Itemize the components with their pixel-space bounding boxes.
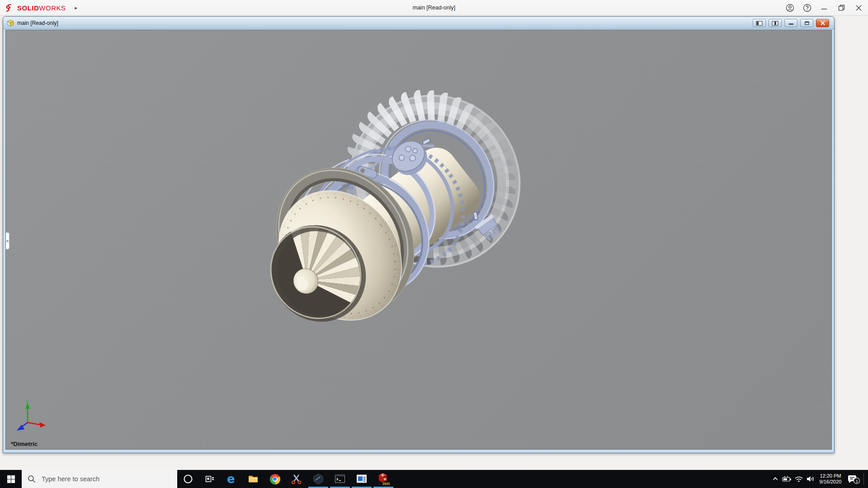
doc-restore-button[interactable] (800, 19, 813, 27)
taskbar-item-system-window[interactable] (351, 470, 373, 488)
orientation-triad: y x (10, 399, 49, 437)
taskbar-item-file-explorer[interactable] (242, 470, 264, 488)
solidworks-brand: SOLIDWORKS ▸ (5, 0, 77, 16)
pane-left-icon (756, 21, 763, 26)
tray-battery-button[interactable] (781, 470, 793, 488)
app-title-bar: SOLIDWORKS ▸ main [Read-only] (0, 0, 868, 16)
battery-icon (782, 475, 792, 483)
help-icon (803, 4, 811, 12)
taskbar-item-command-prompt[interactable] (329, 470, 351, 488)
document-title-bar[interactable]: main [Read-only] (3, 17, 834, 29)
hexagon-app-icon (312, 473, 324, 485)
assembly-document-icon (7, 19, 14, 27)
view-orientation-label: *Dimetric (11, 441, 38, 447)
close-icon (855, 5, 862, 11)
taskbar-item-task-view[interactable] (199, 470, 221, 488)
viewport-3d[interactable]: y x *Dimetric (5, 30, 832, 450)
brand-works: WORKS (39, 4, 66, 12)
tray-clock[interactable]: 12:20 PM 9/16/2020 (816, 473, 844, 485)
sw-letter-s: S (382, 474, 384, 477)
speaker-icon (806, 475, 815, 483)
task-view-icon (204, 474, 215, 484)
sw-year: 2020 (382, 482, 390, 486)
taskbar-search[interactable] (22, 470, 177, 488)
brand-wordmark: SOLIDWORKS (17, 4, 66, 12)
taskbar-item-solidworks[interactable]: S W 2020 (373, 470, 394, 488)
restore-icon (838, 5, 845, 11)
app-close-button[interactable] (850, 0, 867, 16)
pane-right-button[interactable] (769, 19, 782, 27)
windows-taskbar: e (0, 470, 868, 488)
cortana-icon (183, 474, 193, 484)
doc-minimize-icon (788, 21, 794, 25)
clock-time: 12:20 PM (817, 473, 844, 479)
windows-logo-icon (7, 475, 15, 483)
pane-right-icon (772, 21, 778, 26)
app-minimize-button[interactable] (816, 0, 833, 16)
command-prompt-icon (334, 473, 346, 485)
taskbar-item-edge[interactable]: e (221, 470, 242, 488)
solidworks-taskbar-icon: S W 2020 (377, 473, 390, 485)
action-center-button[interactable]: 1 (844, 470, 863, 488)
tray-separator (863, 473, 864, 485)
triad-x-label: x (46, 420, 48, 424)
file-explorer-icon (247, 473, 259, 485)
notification-badge: 1 (856, 479, 858, 483)
taskbar-item-chrome[interactable] (264, 470, 286, 488)
snipping-tool-icon (291, 474, 302, 484)
minimize-icon (821, 5, 827, 11)
doc-close-icon (820, 21, 826, 25)
search-input[interactable] (41, 475, 163, 483)
edge-glyph: e (227, 473, 235, 485)
app-restore-button[interactable] (833, 0, 850, 16)
system-tray: 12:20 PM 9/16/2020 1 (769, 470, 868, 488)
document-title: main [Read-only] (17, 20, 58, 26)
menu-expand-arrow[interactable]: ▸ (75, 5, 78, 11)
doc-minimize-button[interactable] (784, 19, 797, 27)
doc-close-button[interactable] (816, 19, 829, 27)
search-icon (27, 474, 36, 483)
taskbar-item-cortana[interactable] (177, 470, 199, 488)
clock-date: 9/16/2020 (817, 479, 844, 485)
taskbar-item-hexagon-app[interactable] (307, 470, 329, 488)
app-window-title: main [Read-only] (0, 0, 868, 16)
taskbar-item-snipping-tool[interactable] (286, 470, 307, 488)
chrome-icon (270, 474, 280, 484)
feature-pane-splitter-tab[interactable] (5, 232, 9, 249)
sw-letter-w: W (384, 478, 387, 481)
chevron-up-icon (772, 475, 779, 483)
edge-icon: e (225, 473, 238, 485)
document-window: main [Read-only] (3, 16, 835, 453)
start-button[interactable] (0, 470, 22, 488)
jet-engine-model (6, 30, 831, 449)
help-button[interactable] (798, 0, 816, 16)
solidworks-logo-icon (5, 4, 14, 13)
wifi-icon (794, 475, 803, 483)
triad-y-label: y (26, 399, 28, 404)
tray-network-button[interactable] (793, 470, 805, 488)
brand-solid: SOLID (17, 4, 39, 12)
doc-restore-icon (804, 21, 810, 25)
tray-volume-button[interactable] (805, 470, 816, 488)
pane-left-button[interactable] (753, 19, 766, 27)
notification-icon: 1 (847, 474, 860, 484)
show-desktop-button[interactable] (865, 470, 868, 488)
system-window-icon (356, 473, 368, 485)
splitter-dot-icon (6, 240, 9, 242)
account-icon (786, 4, 794, 12)
tray-overflow-button[interactable] (769, 470, 781, 488)
account-button[interactable] (781, 0, 798, 16)
